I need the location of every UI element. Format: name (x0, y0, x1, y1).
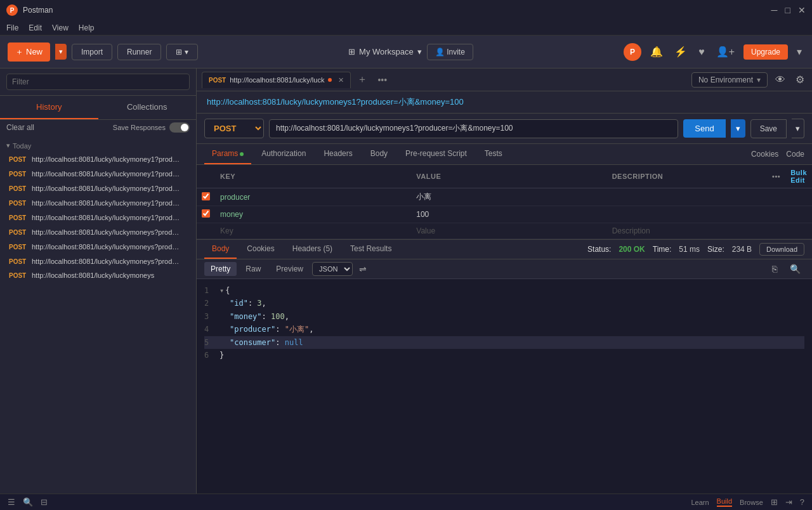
maximize-button[interactable]: □ (785, 5, 790, 15)
menu-file[interactable]: File (6, 23, 18, 32)
new-button[interactable]: ＋ New (8, 43, 50, 62)
env-eye-icon[interactable]: 👁 (773, 73, 788, 87)
request-tab[interactable]: POST http://localhost:8081/lucky/luck ✕ (202, 72, 351, 88)
new-dropdown-arrow[interactable]: ▾ (55, 44, 67, 60)
param-key-new[interactable] (220, 226, 406, 235)
invite-icon: 👤 (435, 48, 445, 56)
upgrade-arrow-icon[interactable]: ▾ (794, 44, 804, 59)
list-item[interactable]: POST http://localhost:8081/lucky/luckymo… (6, 211, 190, 225)
browse-button[interactable]: Browse (740, 499, 763, 506)
heart-icon[interactable]: ♥ (696, 45, 707, 59)
send-dropdown-button[interactable]: ▾ (731, 119, 745, 138)
cookies-link[interactable]: Cookies (751, 150, 778, 159)
save-dropdown-button[interactable]: ▾ (792, 119, 804, 138)
save-responses-toggle[interactable] (169, 122, 190, 133)
method-badge: POST (9, 258, 28, 265)
window-controls[interactable]: ─ □ ✕ (771, 5, 806, 15)
search-bottom-icon[interactable]: 🔍 (23, 497, 33, 507)
tab-params[interactable]: Params (204, 144, 251, 164)
avatar[interactable]: P (624, 43, 641, 61)
tab-body[interactable]: Body (363, 144, 395, 164)
panel-bottom-icon[interactable]: ⊟ (41, 497, 48, 507)
today-group[interactable]: ▾ Today (6, 141, 190, 150)
menu-edit[interactable]: Edit (29, 23, 42, 32)
more-options-icon[interactable]: ••• (772, 173, 780, 180)
tab-pre-request[interactable]: Pre-request Script (398, 144, 475, 164)
learn-button[interactable]: Learn (691, 499, 709, 506)
runner-button[interactable]: Runner (117, 44, 161, 60)
table-row: producer 小离 (197, 188, 812, 206)
url-input[interactable] (269, 119, 678, 138)
sidebar-tab-history[interactable]: History (0, 96, 98, 119)
format-tab-preview[interactable]: Preview (270, 262, 310, 276)
clear-all-button[interactable]: Clear all (6, 123, 34, 132)
help-bottom-icon[interactable]: ? (800, 497, 804, 507)
workspace-grid-icon: ⊞ (348, 47, 355, 56)
sidebar-toggle-icon[interactable]: ☰ (8, 497, 15, 507)
expand-icon[interactable]: ▾ (219, 284, 224, 297)
list-item[interactable]: POST http://localhost:8081/lucky/luckymo… (6, 181, 190, 196)
list-item[interactable]: POST http://localhost:8081/lucky/luckymo… (6, 167, 190, 181)
format-tab-raw[interactable]: Raw (239, 262, 267, 276)
tab-headers[interactable]: Headers (316, 144, 360, 164)
list-item[interactable]: POST http://localhost:8081/lucky/luckymo… (6, 225, 190, 240)
list-item[interactable]: POST http://localhost:8081/lucky/luckymo… (6, 269, 190, 282)
layout-button[interactable]: ⊞ ▾ (166, 44, 197, 60)
list-item[interactable]: POST http://localhost:8081/lucky/luckymo… (6, 196, 190, 211)
resp-tab-cookies[interactable]: Cookies (239, 240, 282, 259)
send-button[interactable]: Send (683, 119, 725, 138)
list-item[interactable]: POST http://localhost:8081/lucky/luckymo… (6, 254, 190, 269)
env-selector-arrow[interactable]: ▾ (757, 75, 761, 84)
search-response-icon[interactable]: 🔍 (786, 263, 804, 275)
build-button[interactable]: Build (717, 497, 732, 507)
param-desc-0[interactable] (612, 193, 762, 202)
format-tab-pretty[interactable]: Pretty (204, 262, 237, 276)
param-value-new[interactable] (416, 226, 601, 235)
tab-tests[interactable]: Tests (477, 144, 510, 164)
list-item[interactable]: POST http://localhost:8081/lucky/luckymo… (6, 152, 190, 167)
resp-tab-test-results[interactable]: Test Results (343, 240, 399, 259)
history-url: http://localhost:8081/lucky/luckymoney1?… (32, 213, 181, 223)
more-tabs-button[interactable]: ••• (374, 72, 391, 88)
code-link[interactable]: Code (786, 150, 804, 159)
import-button[interactable]: Import (72, 44, 112, 60)
sidebar-tab-collections[interactable]: Collections (98, 96, 197, 119)
save-button[interactable]: Save (750, 119, 787, 138)
param-value-1: 100 (416, 210, 429, 219)
menu-view[interactable]: View (52, 23, 69, 32)
resp-tab-body[interactable]: Body (204, 240, 237, 259)
param-desc-new[interactable] (612, 226, 762, 235)
grid-bottom-icon[interactable]: ⊞ (771, 497, 778, 507)
workspace-selector[interactable]: ⊞ My Workspace ▾ (348, 47, 422, 56)
bottom-left: ☰ 🔍 ⊟ (8, 497, 48, 507)
bulk-edit-button[interactable]: Bulk Edit (790, 169, 807, 184)
param-desc-1[interactable] (612, 210, 762, 219)
format-type-select[interactable]: JSON XML HTML (312, 262, 353, 276)
close-button[interactable]: ✕ (798, 5, 806, 15)
menu-help[interactable]: Help (79, 23, 95, 32)
method-select[interactable]: POST GET PUT DELETE PATCH (204, 119, 264, 138)
param-checkbox-0[interactable] (202, 192, 210, 200)
copy-icon[interactable]: ⎘ (768, 263, 781, 275)
tab-authorization[interactable]: Authorization (254, 144, 313, 164)
alert-icon[interactable]: ⚡ (672, 44, 690, 59)
invite-button[interactable]: 👤 Invite (427, 44, 473, 60)
param-key-1: money (220, 210, 243, 219)
notification-icon[interactable]: 🔔 (648, 44, 665, 59)
minimize-button[interactable]: ─ (771, 5, 778, 15)
resp-tab-headers[interactable]: Headers (5) (285, 240, 340, 259)
tab-close-icon[interactable]: ✕ (338, 76, 344, 84)
add-tab-button[interactable]: ＋ (353, 70, 371, 89)
upgrade-button[interactable]: Upgrade (743, 44, 788, 60)
download-button[interactable]: Download (759, 243, 804, 256)
plus-user-icon[interactable]: 👤+ (714, 44, 737, 59)
search-input[interactable] (6, 74, 190, 90)
list-item[interactable]: POST http://localhost:8081/lucky/luckymo… (6, 240, 190, 254)
param-checkbox-1[interactable] (202, 209, 210, 218)
json-key-money: "money" (230, 312, 262, 321)
env-settings-icon[interactable]: ⚙ (793, 72, 807, 87)
status-value: 200 OK (619, 245, 645, 254)
method-badge: POST (9, 171, 28, 178)
share-bottom-icon[interactable]: ⇥ (785, 497, 792, 507)
unwrap-icon[interactable]: ⇌ (355, 263, 370, 275)
